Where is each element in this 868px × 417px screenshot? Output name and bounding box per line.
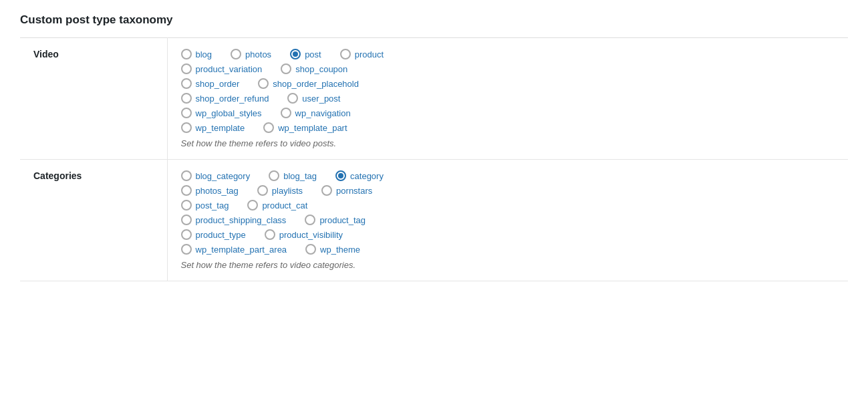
- radio-input-categories-category[interactable]: [335, 170, 346, 181]
- radio-input-categories-wp_template_part_area[interactable]: [181, 244, 192, 255]
- hint-video: Set how the theme refers to video posts.: [181, 138, 835, 148]
- radio-option-video-shop_order_placehold[interactable]: shop_order_placehold: [258, 78, 359, 89]
- radio-option-categories-product_type[interactable]: product_type: [181, 229, 246, 240]
- radio-option-video-wp_template[interactable]: wp_template: [181, 122, 245, 133]
- radio-input-video-wp_template_part[interactable]: [263, 122, 274, 133]
- radio-input-categories-playlists[interactable]: [257, 185, 268, 196]
- radio-row-categories-1: photos_tagplaylistspornstars: [181, 185, 835, 196]
- radio-label-categories-photos_tag: photos_tag: [196, 186, 239, 196]
- radio-input-categories-product_type[interactable]: [181, 229, 192, 240]
- radio-option-categories-wp_theme[interactable]: wp_theme: [305, 244, 360, 255]
- radio-row-categories-3: product_shipping_classproduct_tag: [181, 215, 835, 225]
- radio-label-video-wp_template: wp_template: [196, 123, 245, 133]
- radio-row-categories-0: blog_categoryblog_tagcategory: [181, 170, 835, 181]
- radio-option-categories-photos_tag[interactable]: photos_tag: [181, 185, 239, 196]
- radio-input-video-shop_coupon[interactable]: [281, 63, 291, 74]
- radio-input-categories-photos_tag[interactable]: [181, 185, 192, 196]
- radio-label-categories-post_tag: post_tag: [196, 200, 229, 211]
- radio-label-video-product: product: [355, 49, 384, 59]
- radio-row-video-2: shop_ordershop_order_placehold: [181, 78, 835, 89]
- radio-option-video-wp_global_styles[interactable]: wp_global_styles: [181, 108, 262, 118]
- radio-label-video-shop_coupon: shop_coupon: [295, 64, 347, 74]
- radio-input-video-wp_global_styles[interactable]: [181, 108, 192, 118]
- radio-row-video-3: shop_order_refunduser_post: [181, 93, 835, 104]
- radio-input-video-post[interactable]: [290, 49, 301, 59]
- hint-categories: Set how the theme refers to video catego…: [181, 260, 835, 270]
- radio-label-video-wp_global_styles: wp_global_styles: [196, 108, 262, 118]
- radio-option-categories-product_shipping_class[interactable]: product_shipping_class: [181, 215, 287, 225]
- radio-option-video-blog[interactable]: blog: [181, 49, 212, 59]
- radio-input-categories-product_visibility[interactable]: [265, 229, 275, 240]
- radio-option-video-product[interactable]: product: [340, 49, 384, 59]
- radio-label-categories-playlists: playlists: [272, 186, 303, 196]
- radio-option-categories-product_cat[interactable]: product_cat: [247, 200, 307, 211]
- radio-option-video-shop_order_refund[interactable]: shop_order_refund: [181, 93, 269, 104]
- radio-label-video-post: post: [305, 49, 321, 59]
- radio-input-video-product_variation[interactable]: [181, 63, 192, 74]
- radio-label-video-shop_order: shop_order: [196, 79, 240, 89]
- radio-input-categories-post_tag[interactable]: [181, 200, 192, 211]
- radio-input-video-photos[interactable]: [231, 49, 241, 59]
- radio-input-categories-pornstars[interactable]: [321, 185, 332, 196]
- radio-option-video-product_variation[interactable]: product_variation: [181, 63, 263, 74]
- radio-input-categories-product_shipping_class[interactable]: [181, 215, 192, 225]
- page-title: Custom post type taxonomy: [20, 13, 848, 27]
- radio-input-categories-product_cat[interactable]: [247, 200, 258, 211]
- radio-label-video-wp_template_part: wp_template_part: [278, 123, 347, 133]
- radio-option-video-wp_template_part[interactable]: wp_template_part: [263, 122, 347, 133]
- radio-row-video-0: blogphotospostproduct: [181, 49, 835, 59]
- radio-label-categories-product_tag: product_tag: [319, 215, 366, 225]
- radio-label-video-shop_order_placehold: shop_order_placehold: [273, 79, 359, 89]
- radio-option-video-user_post[interactable]: user_post: [287, 93, 340, 104]
- section-row-video: Videoblogphotospostproductproduct_variat…: [20, 38, 848, 160]
- radio-row-video-5: wp_templatewp_template_part: [181, 122, 835, 133]
- radio-label-video-blog: blog: [196, 49, 212, 59]
- radio-input-video-shop_order[interactable]: [181, 78, 192, 89]
- options-video: blogphotospostproductproduct_variationsh…: [167, 38, 848, 160]
- radio-option-video-photos[interactable]: photos: [231, 49, 271, 59]
- radio-option-categories-product_tag[interactable]: product_tag: [305, 215, 366, 225]
- radio-label-categories-blog_tag: blog_tag: [283, 171, 317, 181]
- radio-label-categories-product_shipping_class: product_shipping_class: [196, 215, 287, 225]
- radio-option-video-wp_navigation[interactable]: wp_navigation: [281, 108, 351, 118]
- radio-label-video-wp_navigation: wp_navigation: [295, 108, 351, 118]
- radio-label-categories-pornstars: pornstars: [336, 186, 372, 196]
- radio-input-video-shop_order_refund[interactable]: [181, 93, 192, 104]
- radio-input-video-blog[interactable]: [181, 49, 192, 59]
- radio-input-video-product[interactable]: [340, 49, 351, 59]
- radio-input-video-wp_navigation[interactable]: [281, 108, 291, 118]
- radio-label-video-user_post: user_post: [302, 94, 340, 104]
- taxonomy-table: Videoblogphotospostproductproduct_variat…: [20, 37, 848, 281]
- radio-label-categories-product_type: product_type: [196, 230, 246, 240]
- radio-input-video-wp_template[interactable]: [181, 122, 192, 133]
- radio-label-video-shop_order_refund: shop_order_refund: [196, 94, 269, 104]
- radio-option-video-shop_order[interactable]: shop_order: [181, 78, 240, 89]
- radio-input-categories-blog_category[interactable]: [181, 170, 192, 181]
- label-categories: Categories: [20, 160, 167, 281]
- options-categories: blog_categoryblog_tagcategoryphotos_tagp…: [167, 160, 848, 281]
- radio-option-categories-category[interactable]: category: [335, 170, 384, 181]
- radio-row-categories-4: product_typeproduct_visibility: [181, 229, 835, 240]
- radio-option-categories-post_tag[interactable]: post_tag: [181, 200, 229, 211]
- radio-option-categories-product_visibility[interactable]: product_visibility: [265, 229, 343, 240]
- radio-option-categories-blog_tag[interactable]: blog_tag: [269, 170, 317, 181]
- radio-option-categories-playlists[interactable]: playlists: [257, 185, 303, 196]
- label-video: Video: [20, 38, 167, 160]
- radio-row-categories-2: post_tagproduct_cat: [181, 200, 835, 211]
- radio-option-video-post[interactable]: post: [290, 49, 321, 59]
- radio-label-categories-category: category: [350, 171, 384, 181]
- radio-input-categories-blog_tag[interactable]: [269, 170, 279, 181]
- radio-option-categories-blog_category[interactable]: blog_category: [181, 170, 251, 181]
- radio-input-video-shop_order_placehold[interactable]: [258, 78, 269, 89]
- radio-label-categories-blog_category: blog_category: [196, 171, 251, 181]
- radio-input-categories-wp_theme[interactable]: [305, 244, 316, 255]
- radio-label-video-photos: photos: [245, 49, 271, 59]
- radio-option-categories-wp_template_part_area[interactable]: wp_template_part_area: [181, 244, 287, 255]
- radio-label-categories-wp_template_part_area: wp_template_part_area: [196, 245, 287, 255]
- section-row-categories: Categoriesblog_categoryblog_tagcategoryp…: [20, 160, 848, 281]
- radio-option-video-shop_coupon[interactable]: shop_coupon: [281, 63, 347, 74]
- radio-option-categories-pornstars[interactable]: pornstars: [321, 185, 372, 196]
- radio-label-categories-product_cat: product_cat: [262, 200, 307, 211]
- radio-input-categories-product_tag[interactable]: [305, 215, 315, 225]
- radio-input-video-user_post[interactable]: [287, 93, 298, 104]
